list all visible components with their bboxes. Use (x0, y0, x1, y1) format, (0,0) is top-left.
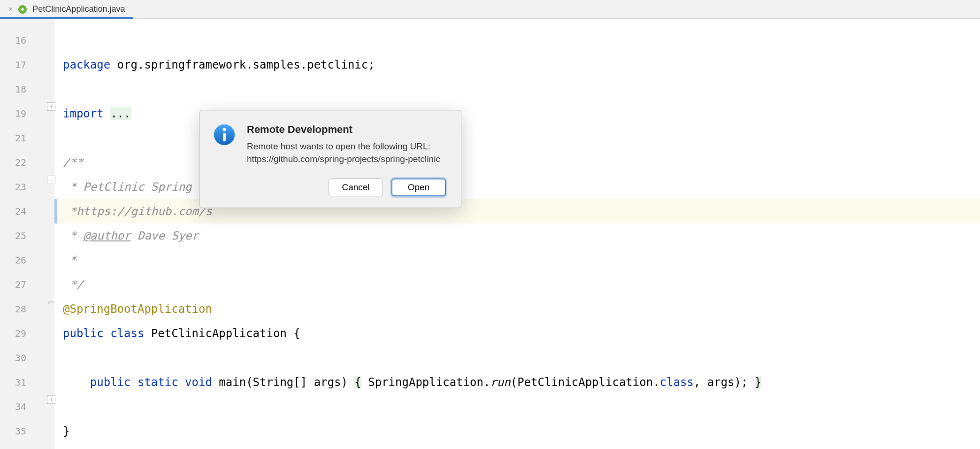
svg-rect-3 (223, 133, 226, 141)
dialog-title: Remote Development (247, 124, 440, 136)
dialog-message: Remote host wants to open the following … (247, 140, 440, 165)
line-number: 22 (0, 150, 26, 175)
tab-filename: PetClinicApplication.java (32, 4, 125, 14)
close-icon[interactable]: × (8, 5, 13, 14)
dialog-buttons: Cancel Open (213, 178, 446, 196)
folded-imports[interactable]: ... (110, 107, 130, 120)
line-number: 26 (0, 248, 26, 272)
code-line: public static void main(String[] args) {… (54, 370, 980, 395)
code-line: package org.springframework.samples.petc… (54, 53, 980, 77)
code-line: /** (54, 150, 980, 175)
line-number: 29 (0, 321, 26, 346)
line-number: 30 (0, 346, 26, 370)
code-editor[interactable]: package org.springframework.samples.petc… (54, 19, 980, 449)
code-line: import ... (54, 101, 980, 126)
code-line (54, 126, 980, 150)
editor-tab[interactable]: × PetClinicApplication.java (0, 0, 133, 18)
code-line (54, 77, 980, 101)
code-line: @SpringBootApplication (54, 297, 980, 321)
code-line: */ (54, 272, 980, 297)
current-line-marker (54, 199, 57, 224)
code-line (54, 346, 980, 370)
editor: 16 17 18 19 21 22 23 24 25 26 27 28 29 3… (0, 19, 980, 449)
line-number: 19 (0, 101, 26, 126)
remote-development-dialog: Remote Development Remote host wants to … (199, 110, 461, 208)
line-number: 28 (0, 297, 26, 321)
spring-file-icon (17, 4, 28, 15)
code-line-current: *https://github.com/s (54, 199, 980, 224)
code-line: * (54, 248, 980, 272)
line-number: 18 (0, 77, 26, 101)
line-number: 24 (0, 199, 26, 224)
line-number: 34 (0, 395, 26, 419)
code-line: * PetClinic Spring Bo (54, 175, 980, 199)
line-number: 17 (0, 53, 26, 77)
line-number (0, 19, 26, 28)
line-number: 16 (0, 28, 26, 53)
dialog-content: Remote Development Remote host wants to … (247, 124, 440, 165)
line-gutter: 16 17 18 19 21 22 23 24 25 26 27 28 29 3… (0, 19, 48, 449)
fold-gutter: + − ⌐ + (48, 19, 54, 449)
line-number: 21 (0, 126, 26, 150)
code-line (54, 395, 980, 419)
line-number: 23 (0, 175, 26, 199)
line-number: 27 (0, 272, 26, 297)
tab-bar: × PetClinicApplication.java (0, 0, 980, 19)
code-line: } (54, 419, 980, 443)
open-button[interactable]: Open (391, 178, 446, 196)
svg-point-4 (223, 128, 226, 132)
line-number: 25 (0, 224, 26, 248)
cancel-button[interactable]: Cancel (329, 178, 383, 196)
code-line (54, 28, 980, 53)
code-line: * @author Dave Syer (54, 224, 980, 248)
line-number: 35 (0, 419, 26, 443)
code-line (54, 19, 980, 28)
line-number: 31 (0, 370, 26, 395)
code-line: public class PetClinicApplication { (54, 321, 980, 346)
info-icon (213, 124, 236, 146)
